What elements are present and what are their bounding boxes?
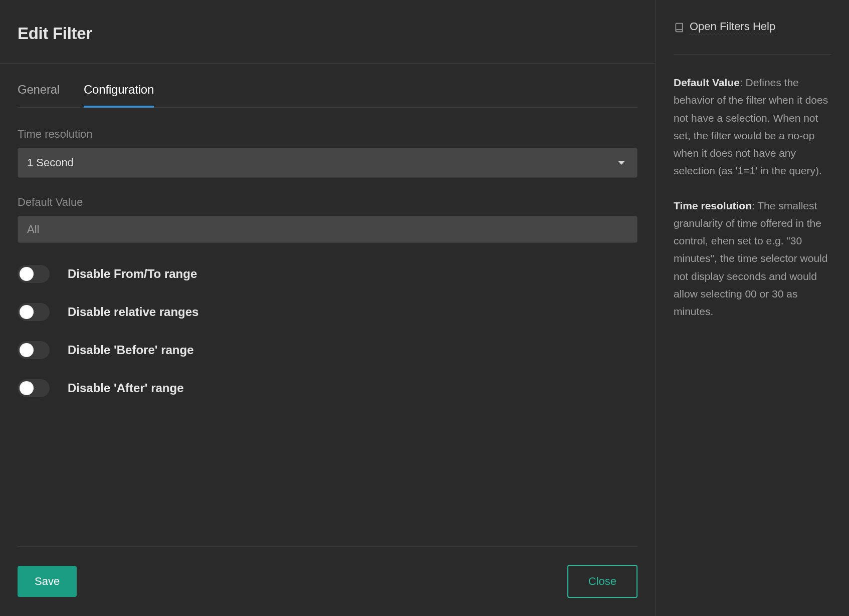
main-panel: Edit Filter General Configuration Time r… xyxy=(0,0,656,616)
time-resolution-label: Time resolution xyxy=(18,128,638,141)
help-para2-body: : The smallest granularity of time offer… xyxy=(674,200,827,318)
save-button[interactable]: Save xyxy=(18,566,77,597)
tab-general[interactable]: General xyxy=(18,83,60,108)
default-value-group: Default Value xyxy=(18,196,638,243)
help-link-row: Open Filters Help xyxy=(674,20,831,55)
chevron-down-icon xyxy=(618,161,625,165)
help-para1-strong: Default Value xyxy=(674,77,740,88)
toggle-knob xyxy=(20,343,34,357)
help-para1-body: : Defines the behavior of the filter whe… xyxy=(674,77,828,176)
time-resolution-group: Time resolution 1 Second xyxy=(18,128,638,178)
help-para2-strong: Time resolution xyxy=(674,200,752,211)
toggle-relative-label: Disable relative ranges xyxy=(68,305,198,319)
tab-configuration[interactable]: Configuration xyxy=(84,83,154,108)
default-value-input[interactable] xyxy=(18,216,638,243)
time-resolution-select[interactable]: 1 Second xyxy=(18,148,638,178)
page-title: Edit Filter xyxy=(18,24,638,43)
toggle-before-label: Disable 'Before' range xyxy=(68,343,194,357)
footer-actions: Save Close xyxy=(18,546,638,616)
help-panel: Open Filters Help Default Value: Defines… xyxy=(656,0,849,616)
close-button[interactable]: Close xyxy=(567,565,638,598)
help-paragraph-default-value: Default Value: Defines the behavior of t… xyxy=(674,74,831,180)
default-value-label: Default Value xyxy=(18,196,638,209)
toggle-list: Disable From/To range Disable relative r… xyxy=(18,261,638,397)
toggle-knob xyxy=(20,305,34,319)
help-paragraph-time-resolution: Time resolution: The smallest granularit… xyxy=(674,197,831,321)
toggle-knob xyxy=(20,381,34,395)
toggle-relative[interactable] xyxy=(18,303,50,321)
tabs: General Configuration xyxy=(18,64,638,108)
header: Edit Filter xyxy=(0,0,655,64)
toggle-after-label: Disable 'After' range xyxy=(68,381,183,395)
form-area: Time resolution 1 Second Default Value D… xyxy=(18,108,638,417)
toggle-knob xyxy=(20,267,34,281)
time-resolution-value: 1 Second xyxy=(27,156,74,169)
toggle-row-from-to: Disable From/To range xyxy=(18,265,638,283)
toggle-row-before: Disable 'Before' range xyxy=(18,341,638,359)
toggle-from-to-label: Disable From/To range xyxy=(68,267,197,281)
toggle-from-to[interactable] xyxy=(18,265,50,283)
toggle-before[interactable] xyxy=(18,341,50,359)
toggle-row-relative: Disable relative ranges xyxy=(18,303,638,321)
toggle-row-after: Disable 'After' range xyxy=(18,379,638,397)
book-icon xyxy=(674,23,685,33)
toggle-after[interactable] xyxy=(18,379,50,397)
help-link[interactable]: Open Filters Help xyxy=(690,20,775,35)
